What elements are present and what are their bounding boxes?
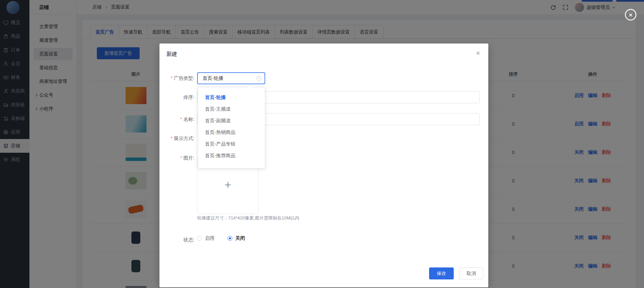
close-icon: ×: [629, 12, 632, 18]
save-button[interactable]: 保存: [429, 267, 454, 279]
ad-type-select[interactable]: 首页-轮播 ×: [197, 72, 265, 84]
modal-title: 新建: [166, 51, 177, 58]
display-mode-label: 展示方式:: [159, 135, 194, 142]
status-radio-group: 启用关闭: [197, 235, 245, 241]
cancel-button[interactable]: 取消: [459, 267, 483, 279]
dropdown-option-3[interactable]: 首页-热销商品: [198, 126, 265, 138]
dropdown-option-5[interactable]: 首页-推荐商品: [198, 150, 265, 161]
new-ad-modal: 新建 × 广告类型: 首页-轮播 × 排序: 名称: 展示方式: 图片: + 轮…: [159, 43, 488, 287]
ad-type-label: 广告类型:: [159, 75, 194, 82]
image-label: 图片:: [159, 154, 194, 161]
clear-icon[interactable]: ×: [256, 76, 261, 81]
status-radio-关闭[interactable]: 关闭: [228, 235, 245, 241]
status-radio-启用[interactable]: 启用: [197, 235, 215, 241]
radio-label: 关闭: [235, 235, 245, 241]
screen-close-button[interactable]: ×: [625, 9, 636, 21]
plus-icon: +: [224, 179, 231, 190]
status-label: 状态:: [159, 236, 194, 243]
ad-type-value: 首页-轮播: [203, 75, 223, 82]
dropdown-option-0[interactable]: 首页-轮播: [198, 91, 265, 103]
name-label: 名称:: [159, 116, 194, 123]
radio-icon: [228, 236, 232, 241]
modal-close-icon[interactable]: ×: [476, 50, 480, 57]
sort-label: 排序:: [159, 94, 194, 101]
dropdown-option-1[interactable]: 首页-主频道: [198, 103, 265, 115]
image-size-hint: 轮播建议尺寸：714*420像素,图片需限制在10M以内: [197, 215, 299, 221]
dropdown-option-4[interactable]: 首页-产品专辑: [198, 138, 265, 150]
dropdown-options: 首页-轮播首页-主频道首页-副频道首页-热销商品首页-产品专辑首页-推荐商品: [198, 87, 265, 169]
radio-label: 启用: [205, 235, 215, 241]
dropdown-option-2[interactable]: 首页-副频道: [198, 115, 265, 126]
ad-type-dropdown: 首页-轮播首页-主频道首页-副频道首页-热销商品首页-产品专辑首页-推荐商品: [198, 87, 265, 168]
radio-icon: [197, 236, 202, 241]
